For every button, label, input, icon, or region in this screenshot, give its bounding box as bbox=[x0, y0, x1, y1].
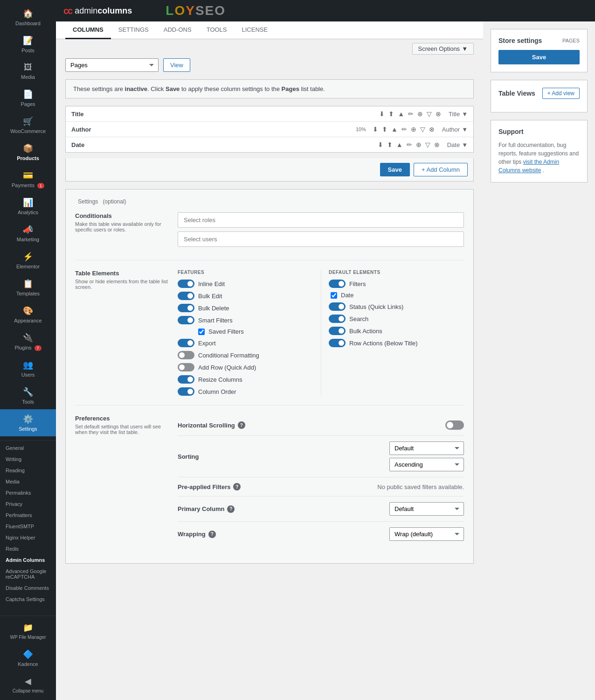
sidebar-item-posts[interactable]: 📝 Posts bbox=[0, 31, 56, 58]
triangle-icon[interactable]: ▲ bbox=[398, 110, 404, 118]
download-icon[interactable]: ⬇ bbox=[373, 126, 378, 133]
toggle-resize-columns-control[interactable] bbox=[178, 375, 194, 384]
sidebar-sub-reading[interactable]: Reading bbox=[0, 465, 56, 476]
sort-up-icon[interactable]: ⬆ bbox=[388, 110, 394, 118]
select-roles-input[interactable] bbox=[178, 212, 464, 228]
block-icon[interactable]: ⊗ bbox=[434, 141, 440, 148]
sorting-select-1[interactable]: Default Title Date Author bbox=[389, 441, 464, 455]
edit-icon[interactable]: ✏ bbox=[401, 126, 407, 133]
sidebar-item-pages[interactable]: 📄 Pages bbox=[0, 84, 56, 112]
sidebar-item-elementor[interactable]: ⚡ Elementor bbox=[0, 247, 56, 274]
wrapping-select[interactable]: Wrap (default) No wrap bbox=[389, 527, 464, 541]
sidebar-sub-general[interactable]: General bbox=[0, 442, 56, 454]
download-icon[interactable]: ⬇ bbox=[379, 110, 385, 118]
primary-column-select[interactable]: Default bbox=[389, 502, 464, 516]
sort-up-icon[interactable]: ⬆ bbox=[387, 141, 393, 148]
sidebar-sub-admin-columns[interactable]: Admin Columns bbox=[0, 554, 56, 566]
column-actions-title: ⬇ ⬆ ▲ ✏ ⊕ ▽ ⊗ bbox=[379, 110, 441, 118]
toggle-bulk-delete-control[interactable] bbox=[178, 304, 194, 312]
block-icon[interactable]: ⊗ bbox=[429, 126, 435, 133]
view-button[interactable]: View bbox=[163, 58, 190, 72]
toggle-filters-control[interactable] bbox=[329, 280, 346, 288]
toggle-search-control[interactable] bbox=[329, 315, 346, 323]
edit-icon[interactable]: ✏ bbox=[408, 110, 414, 118]
block-icon[interactable]: ⊗ bbox=[436, 110, 441, 118]
toggle-smart-filters-control[interactable] bbox=[178, 316, 194, 324]
add-column-button[interactable]: + Add Column bbox=[414, 163, 468, 176]
date-checkbox[interactable] bbox=[331, 292, 337, 299]
download-icon[interactable]: ⬇ bbox=[378, 141, 383, 148]
sidebar-sub-permalinks[interactable]: Permalinks bbox=[0, 487, 56, 498]
filter-icon[interactable]: ▽ bbox=[427, 110, 432, 118]
sidebar-item-templates[interactable]: 📋 Templates bbox=[0, 274, 56, 301]
toggle-add-row-control[interactable] bbox=[178, 363, 194, 371]
sidebar-sub-privacy[interactable]: Privacy bbox=[0, 498, 56, 510]
copy-icon[interactable]: ⊕ bbox=[411, 126, 416, 133]
columns-save-button[interactable]: Save bbox=[380, 163, 410, 176]
sidebar-sub-nginx[interactable]: Nginx Helper bbox=[0, 532, 56, 543]
chevron-icon: ▼ bbox=[462, 141, 468, 148]
toggle-row-actions-control[interactable] bbox=[329, 339, 346, 347]
select-users-input[interactable] bbox=[178, 231, 464, 247]
sidebar-item-appearance[interactable]: 🎨 Appearance bbox=[0, 301, 56, 328]
help-icon-filters[interactable]: ? bbox=[233, 483, 241, 490]
toggle-conditional-formatting-control[interactable] bbox=[178, 351, 194, 359]
sidebar-item-kadence[interactable]: 🔷 Kadence bbox=[0, 644, 56, 672]
sidebar-item-tools[interactable]: 🔧 Tools bbox=[0, 382, 56, 409]
sidebar-item-users[interactable]: 👥 Users bbox=[0, 355, 56, 382]
sidebar-sub-perfmatters[interactable]: Perfmatters bbox=[0, 510, 56, 521]
sidebar-sub-disable-comments[interactable]: Disable Comments bbox=[0, 582, 56, 594]
conditionals-content bbox=[178, 212, 464, 251]
sidebar-item-woocommerce[interactable]: 🛒 WooCommerce bbox=[0, 112, 56, 139]
toggle-bulk-edit-control[interactable] bbox=[178, 292, 194, 300]
sidebar-sub-redis[interactable]: Redis bbox=[0, 543, 56, 554]
copy-icon[interactable]: ⊕ bbox=[416, 141, 422, 148]
sidebar-item-products[interactable]: 📦 Products bbox=[0, 139, 56, 166]
toggle-horizontal-scrolling[interactable] bbox=[445, 420, 464, 430]
triangle-icon[interactable]: ▲ bbox=[391, 126, 398, 133]
sidebar-item-media[interactable]: 🖼 Media bbox=[0, 58, 56, 84]
toggle-column-order-control[interactable] bbox=[178, 387, 194, 396]
screen-options-button[interactable]: Screen Options ▼ bbox=[412, 43, 474, 55]
tab-columns[interactable]: COLUMNS bbox=[65, 21, 111, 39]
woocommerce-icon: 🛒 bbox=[23, 116, 33, 126]
sidebar-item-analytics[interactable]: 📊 Analytics bbox=[0, 193, 56, 220]
edit-icon[interactable]: ✏ bbox=[407, 141, 412, 148]
help-icon-primary-column[interactable]: ? bbox=[227, 505, 235, 513]
sidebar-item-plugins[interactable]: 🔌 Plugins 7 bbox=[0, 328, 56, 355]
help-icon-wrapping[interactable]: ? bbox=[208, 531, 216, 538]
sidebar-item-wp-file-manager[interactable]: 📁 WP File Manager bbox=[0, 618, 56, 644]
tab-addons[interactable]: ADD-ONS bbox=[156, 21, 199, 39]
sidebar-item-payments[interactable]: 💳 Payments 1 bbox=[0, 166, 56, 193]
toggle-status-control[interactable] bbox=[329, 302, 346, 311]
sidebar-sub-fluentsmtp[interactable]: FluentSMTP bbox=[0, 521, 56, 532]
page-select[interactable]: Pages Posts Users Media bbox=[65, 58, 159, 72]
filter-icon[interactable]: ▽ bbox=[420, 126, 425, 133]
triangle-icon[interactable]: ▲ bbox=[396, 141, 403, 148]
filter-icon[interactable]: ▽ bbox=[425, 141, 430, 148]
help-icon-horizontal[interactable]: ? bbox=[238, 421, 245, 429]
sidebar-sub-media[interactable]: Media bbox=[0, 476, 56, 487]
plugins-badge: 7 bbox=[35, 345, 42, 351]
add-view-button[interactable]: + Add view bbox=[542, 88, 580, 99]
sidebar-item-settings[interactable]: ⚙️ Settings bbox=[0, 409, 56, 436]
sidebar-sub-captcha[interactable]: Captcha Settings bbox=[0, 594, 56, 605]
copy-icon[interactable]: ⊕ bbox=[417, 110, 423, 118]
toggle-bulk-actions-control[interactable] bbox=[329, 327, 346, 335]
toggle-export-control[interactable] bbox=[178, 339, 194, 347]
store-settings-save-button[interactable]: Save bbox=[498, 50, 580, 64]
sort-up-icon[interactable]: ⬆ bbox=[382, 126, 387, 133]
sidebar-item-dashboard[interactable]: 🏠 Dashboard bbox=[0, 4, 56, 31]
sidebar-item-collapse[interactable]: ◀ Collapse menu bbox=[0, 672, 56, 698]
tab-settings[interactable]: SETTINGS bbox=[111, 21, 156, 39]
column-actions-author: 10% ⬇ ⬆ ▲ ✏ ⊕ ▽ ⊗ bbox=[356, 126, 435, 133]
sorting-select-2[interactable]: Ascending Descending bbox=[389, 458, 464, 471]
saved-filters-checkbox[interactable] bbox=[198, 329, 205, 335]
sidebar-sub-writing[interactable]: Writing bbox=[0, 454, 56, 465]
preferences-desc: Set default settings that users will see… bbox=[75, 424, 168, 435]
tab-license[interactable]: LICENSE bbox=[235, 21, 276, 39]
tab-tools[interactable]: TOOLS bbox=[199, 21, 235, 39]
toggle-inline-edit-control[interactable] bbox=[178, 280, 194, 288]
sidebar-sub-recaptcha[interactable]: Advanced Google reCAPTCHA bbox=[0, 566, 56, 582]
sidebar-item-marketing[interactable]: 📣 Marketing bbox=[0, 220, 56, 247]
